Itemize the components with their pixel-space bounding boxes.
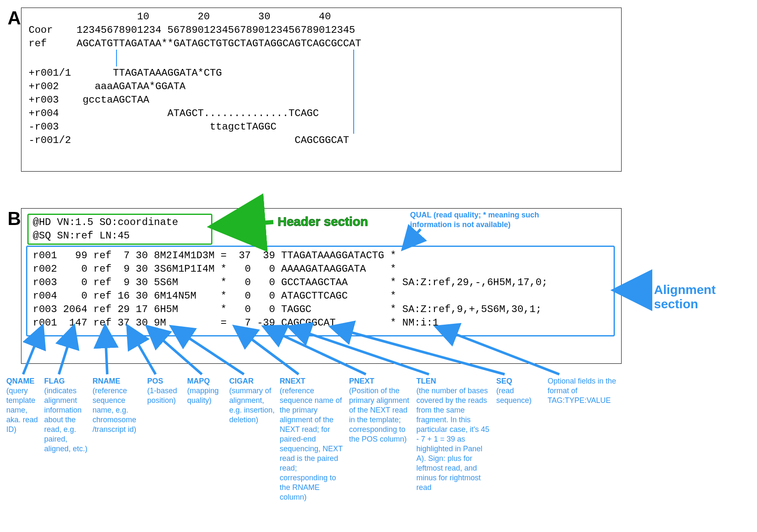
panel-a-guide-left (116, 50, 117, 66)
panel-b-header-line: @SQ SN:ref LN:45 (33, 230, 130, 241)
callout-opt: Optional fields in the format of TAG:TYP… (548, 376, 627, 405)
panel-a-label: A (8, 8, 21, 29)
panel-b-label: B (8, 208, 21, 229)
callout-rname: RNAME (reference sequence name, e.g. chr… (93, 376, 143, 434)
panel-a-row-seq: AGCATGTTAGATAA**GATAGCTGTGCTAGTAGGCAGTCA… (77, 38, 361, 49)
callout-mapq-desc: (mapping quality) (187, 386, 229, 405)
panel-b-aln-row: r003 2064 ref 29 17 6H5M * 0 0 TAGGC * S… (33, 304, 542, 315)
callout-seq: SEQ (read sequence) (496, 376, 543, 405)
panel-a-row-seq: ttagctTAGGC (77, 121, 276, 132)
callout-tlen: TLEN (the number of bases covered by the… (416, 376, 490, 492)
callout-seq-desc: (read sequence) (496, 386, 543, 405)
panel-a-row-label: +r004 (29, 108, 59, 119)
panel-a-row-seq: aaaAGATAA*GGATA (77, 81, 185, 92)
alignment-section-label: Alignment section (654, 283, 757, 311)
panel-a-row-seq: gcctaAGCTAA (77, 94, 149, 106)
callout-cigar-title: CIGAR (229, 376, 275, 386)
callout-rnext-desc: (reference sequence name of the primary … (280, 386, 343, 502)
panel-b-aln-row: r004 0 ref 16 30 6M14N5M * 0 0 ATAGCTTCA… (33, 290, 396, 302)
callout-pos-title: POS (147, 376, 185, 386)
panel-b-aln-row: r003 0 ref 9 30 5S6M * 0 0 GCCTAAGCTAA *… (33, 277, 548, 288)
callout-pnext: PNEXT (Position of the primary alignment… (349, 376, 412, 444)
callout-flag-desc: (indicates alignment information about t… (44, 386, 88, 454)
panel-a-scale-tens: 10 20 30 40 (77, 11, 331, 22)
callout-pnext-title: PNEXT (349, 376, 412, 386)
panel-a-row-label: +r001/1 (29, 67, 71, 79)
panel-b-aln-row: r001 147 ref 37 30 9M = 7 -39 CAGCGGCAT … (33, 317, 439, 328)
panel-a-row-label: +r003 (29, 94, 59, 106)
callout-qual: QUAL (read quality; * meaning such infor… (410, 210, 553, 230)
callout-pnext-desc: (Position of the primary alignment of th… (349, 386, 412, 444)
panel-a-row-label: ref (29, 38, 47, 49)
callout-pos: POS (1-based position) (147, 376, 185, 405)
panel-a-row-seq: 12345678901234 5678901234567890123456789… (77, 24, 355, 36)
panel-a-row-label: -r001/2 (29, 135, 71, 146)
panel-a-row-seq: TTAGATAAAGGATA*CTG (77, 67, 222, 79)
panel-a-row-label: +r002 (29, 81, 59, 92)
callout-flag-title: FLAG (44, 376, 88, 386)
panel-b-header-line: @HD VN:1.5 SO:coordinate (33, 217, 178, 228)
callout-qname-title: QNAME (6, 376, 42, 386)
callout-tlen-title: TLEN (416, 376, 490, 386)
callout-qname-desc: (query template name, aka. read ID) (6, 386, 42, 434)
panel-b-aln-row: r002 0 ref 9 30 3S6M1P1I4M * 0 0 AAAAGAT… (33, 263, 396, 275)
panel-a-row-seq: CAGCGGCAT (77, 135, 349, 146)
callout-rnext: RNEXT (reference sequence name of the pr… (280, 376, 343, 502)
panel-a-row-label: -r003 (29, 121, 59, 132)
callout-rname-desc: (reference sequence name, e.g. chromosom… (93, 386, 143, 434)
header-section-label: Header section (278, 214, 368, 229)
callout-opt-desc: Optional fields in the format of TAG:TYP… (548, 376, 627, 405)
callout-flag: FLAG (indicates alignment information ab… (44, 376, 88, 454)
callout-pos-desc: (1-based position) (147, 386, 185, 405)
callout-cigar-desc: (summary of alignment, e.g. insertion, d… (229, 386, 275, 425)
panel-b-aln-row: r001 99 ref 7 30 8M2I4M1D3M = 37 39 TTAG… (33, 250, 396, 261)
panel-a-row-label: Coor (29, 24, 53, 36)
callout-rnext-title: RNEXT (280, 376, 343, 386)
callout-mapq-title: MAPQ (187, 376, 229, 386)
callout-cigar: CIGAR (summary of alignment, e.g. insert… (229, 376, 275, 425)
panel-a-guide-right (353, 50, 354, 134)
callout-seq-title: SEQ (496, 376, 543, 386)
callout-qual-title: QUAL (read quality; * meaning such infor… (410, 211, 539, 229)
panel-a-row-seq: ATAGCT..............TCAGC (77, 108, 319, 119)
callout-mapq: MAPQ (mapping quality) (187, 376, 229, 405)
callout-tlen-desc: (the number of bases covered by the read… (416, 386, 490, 492)
callout-rname-title: RNAME (93, 376, 143, 386)
callout-qname: QNAME (query template name, aka. read ID… (6, 376, 42, 434)
